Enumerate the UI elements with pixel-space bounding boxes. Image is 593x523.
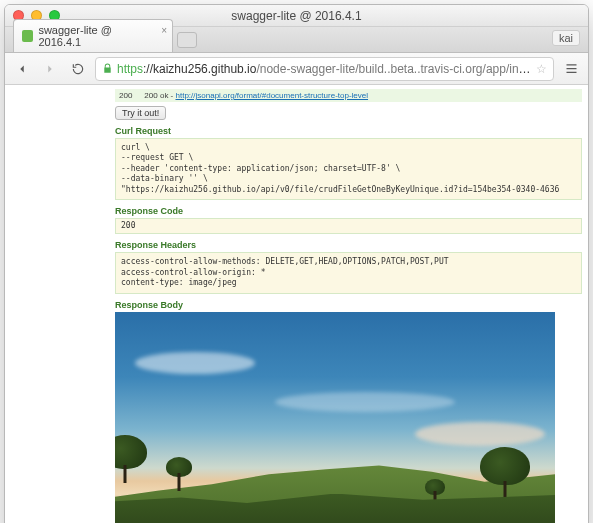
reload-button[interactable] [67, 58, 89, 80]
arrow-left-icon [15, 62, 29, 76]
tab-close-icon[interactable]: × [161, 25, 167, 36]
arrow-right-icon [43, 62, 57, 76]
status-code: 200 [119, 91, 132, 100]
swagger-panel: 200 200 ok - http://jsonapi.org/format/#… [5, 85, 588, 523]
landscape-image [115, 312, 555, 523]
tab-title: swagger-lite @ 2016.4.1 [38, 24, 152, 48]
response-body-label: Response Body [115, 300, 582, 310]
response-row: 200 200 ok - http://jsonapi.org/format/#… [115, 89, 582, 102]
response-code-box[interactable]: 200 [115, 218, 582, 234]
browser-window: swagger-lite @ 2016.4.1 swagger-lite @ 2… [4, 4, 589, 523]
url-text: https://kaizhu256.github.io/node-swagger… [117, 62, 532, 76]
profile-button[interactable]: kai [552, 30, 580, 46]
spec-link[interactable]: http://jsonapi.org/format/#document-stru… [176, 91, 369, 100]
response-code-label: Response Code [115, 206, 582, 216]
response-headers-box[interactable]: access-control-allow-methods: DELETE,GET… [115, 252, 582, 293]
reload-icon [71, 62, 85, 76]
curl-request-label: Curl Request [115, 126, 582, 136]
favicon [22, 30, 33, 42]
lock-icon [102, 63, 113, 74]
back-button[interactable] [11, 58, 33, 80]
browser-tab[interactable]: swagger-lite @ 2016.4.1 × [13, 19, 173, 52]
status-desc: 200 ok - http://jsonapi.org/format/#docu… [144, 91, 368, 100]
try-it-out-button[interactable]: Try it out! [115, 106, 166, 120]
forward-button[interactable] [39, 58, 61, 80]
response-headers-label: Response Headers [115, 240, 582, 250]
address-bar[interactable]: https://kaizhu256.github.io/node-swagger… [95, 57, 554, 81]
tabstrip: swagger-lite @ 2016.4.1 × kai [5, 27, 588, 53]
menu-button[interactable] [560, 58, 582, 80]
hamburger-icon [564, 61, 579, 76]
toolbar: https://kaizhu256.github.io/node-swagger… [5, 53, 588, 85]
curl-request-box[interactable]: curl \ --request GET \ --header 'content… [115, 138, 582, 200]
bookmark-icon[interactable]: ☆ [536, 62, 547, 76]
response-body-image [115, 312, 582, 523]
page-content: 200 200 ok - http://jsonapi.org/format/#… [5, 85, 588, 523]
new-tab-button[interactable] [177, 32, 197, 48]
